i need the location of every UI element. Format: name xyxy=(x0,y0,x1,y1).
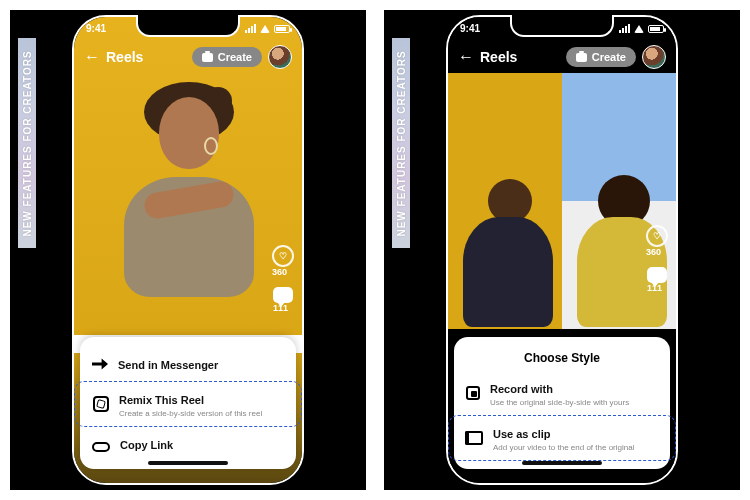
person-illustration xyxy=(458,169,558,329)
back-icon[interactable]: ← xyxy=(84,49,100,65)
split-left xyxy=(448,73,562,329)
like-count: 360 xyxy=(646,247,668,257)
comment-icon xyxy=(273,287,293,303)
clip-icon xyxy=(467,431,483,445)
like-stat[interactable]: ♡ 360 xyxy=(646,225,668,257)
signal-icon xyxy=(245,24,256,33)
battery-icon xyxy=(274,25,290,33)
comment-stat[interactable]: 111 xyxy=(273,287,293,313)
screenshot-right: NEW FEATURES FOR CREATORS 9:41 xyxy=(384,10,740,490)
nav-title: Reels xyxy=(106,49,143,65)
back-icon[interactable]: ← xyxy=(458,49,474,65)
menu-label: Send in Messenger xyxy=(118,359,218,371)
create-button[interactable]: Create xyxy=(566,47,636,67)
like-icon: ♡ xyxy=(646,225,668,247)
menu-sublabel: Create a side-by-side version of this re… xyxy=(119,409,262,418)
link-icon xyxy=(92,442,110,452)
create-label: Create xyxy=(218,51,252,63)
top-nav: ← Reels Create xyxy=(84,45,292,69)
menu-label: Remix This Reel xyxy=(119,394,204,406)
avatar[interactable] xyxy=(268,45,292,69)
phone-frame: 9:41 ← Reels Create xyxy=(72,15,304,485)
feature-badge-text: NEW FEATURES FOR CREATORS xyxy=(396,50,407,236)
comment-icon xyxy=(647,267,667,283)
like-count: 360 xyxy=(272,267,294,277)
option-record-with[interactable]: Record with Use the original side-by-sid… xyxy=(460,371,664,415)
camera-icon xyxy=(202,53,213,62)
feature-badge: NEW FEATURES FOR CREATORS xyxy=(18,38,36,248)
comment-stat[interactable]: 111 xyxy=(647,267,667,293)
menu-copy-link[interactable]: Copy Link xyxy=(86,427,290,461)
option-label: Use as clip xyxy=(493,428,550,440)
status-time: 9:41 xyxy=(460,23,480,34)
remix-icon xyxy=(93,396,109,412)
share-icon xyxy=(92,356,108,372)
engagement-stats: ♡ 360 111 xyxy=(646,225,668,293)
option-sublabel: Add your video to the end of the origina… xyxy=(493,443,634,452)
status-time: 9:41 xyxy=(86,23,106,34)
create-label: Create xyxy=(592,51,626,63)
battery-icon xyxy=(648,25,664,33)
option-sublabel: Use the original side-by-side with yours xyxy=(490,398,629,407)
like-stat[interactable]: ♡ 360 xyxy=(272,245,294,277)
feature-badge-text: NEW FEATURES FOR CREATORS xyxy=(22,50,33,236)
screenshot-left: NEW FEATURES FOR CREATORS 9:41 xyxy=(10,10,366,490)
record-icon xyxy=(466,386,480,400)
create-button[interactable]: Create xyxy=(192,47,262,67)
avatar[interactable] xyxy=(642,45,666,69)
engagement-stats: ♡ 360 111 xyxy=(272,245,294,313)
sheet-title: Choose Style xyxy=(460,347,664,371)
menu-send-messenger[interactable]: Send in Messenger xyxy=(86,347,290,381)
camera-icon xyxy=(576,53,587,62)
menu-label: Copy Link xyxy=(120,439,173,451)
feature-badge: NEW FEATURES FOR CREATORS xyxy=(392,38,410,248)
nav-title: Reels xyxy=(480,49,517,65)
menu-remix-reel[interactable]: Remix This Reel Create a side-by-side ve… xyxy=(74,381,302,427)
status-bar: 9:41 xyxy=(86,23,290,34)
home-indicator[interactable] xyxy=(522,461,602,465)
option-label: Record with xyxy=(490,383,553,395)
signal-icon xyxy=(619,24,630,33)
like-icon: ♡ xyxy=(272,245,294,267)
wifi-icon xyxy=(634,25,644,33)
status-bar: 9:41 xyxy=(460,23,664,34)
action-sheet: Send in Messenger Remix This Reel Create… xyxy=(80,337,296,469)
option-use-as-clip[interactable]: Use as clip Add your video to the end of… xyxy=(448,415,676,461)
person-illustration xyxy=(104,77,264,297)
top-nav: ← Reels Create xyxy=(458,45,666,69)
phone-frame: 9:41 ← Reels Create xyxy=(446,15,678,485)
style-sheet: Choose Style Record with Use the origina… xyxy=(454,337,670,469)
home-indicator[interactable] xyxy=(148,461,228,465)
wifi-icon xyxy=(260,25,270,33)
